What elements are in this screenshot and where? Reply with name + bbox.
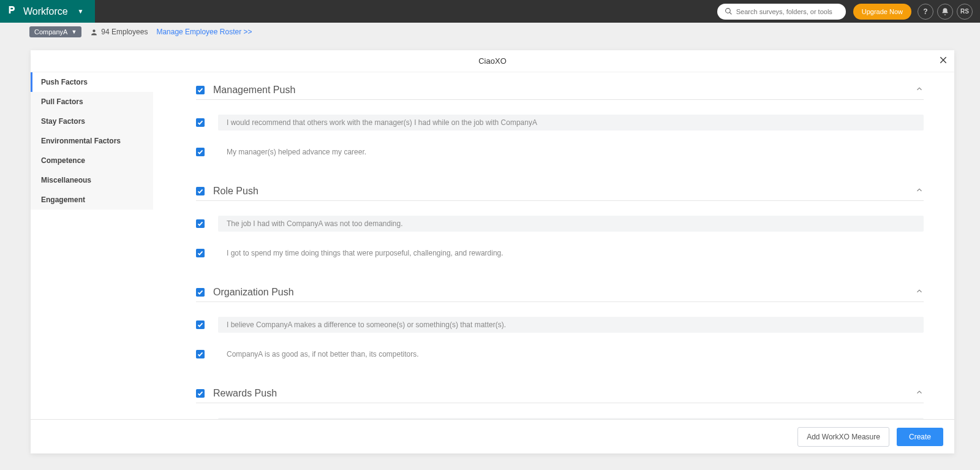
collapse-button[interactable] [915,287,924,298]
section-header: Rewards Push [196,388,924,403]
sidebar: Push FactorsPull FactorsStay FactorsEnvi… [31,72,153,419]
collapse-button[interactable] [915,85,924,96]
measure-text: I would recommend that others work with … [218,115,924,131]
section-checkbox[interactable] [196,86,205,94]
measure-row: I got to spend my time doing things that… [196,241,924,265]
brand-logo-icon [7,5,17,18]
sidebar-item-stay-factors[interactable]: Stay Factors [31,112,153,131]
measure-checkbox[interactable] [196,219,205,228]
section-title: Role Push [213,186,907,197]
section-title: Rewards Push [213,388,907,399]
help-button[interactable]: ? [918,4,933,20]
section-organization-push: Organization PushI believe CompanyA make… [196,287,924,366]
section-header: Organization Push [196,287,924,302]
company-label: CompanyA [34,28,67,36]
chevron-up-icon [915,85,924,93]
notifications-button[interactable] [937,4,953,20]
measure-row: I would recommend that others work with … [196,111,924,134]
collapse-button[interactable] [915,186,924,197]
sidebar-item-miscellaneous[interactable]: Miscellaneous [31,170,153,190]
sidebar-item-pull-factors[interactable]: Pull Factors [31,92,153,112]
section-header: Management Push [196,85,924,100]
collapse-button[interactable] [915,388,924,399]
measure-row: CompanyA is as good as, if not better th… [196,343,924,366]
measure-text: My manager(s) helped advance my career. [218,144,924,160]
modal-header: CiaoXO [31,50,954,72]
manage-roster-link[interactable]: Manage Employee Roster >> [156,28,252,36]
subheader: CompanyA ▼ 94 Employees Manage Employee … [0,23,980,41]
chevron-up-icon [915,186,924,194]
sidebar-item-environmental-factors[interactable]: Environmental Factors [31,131,153,151]
search-icon [725,7,733,15]
search-box[interactable] [717,4,846,20]
upgrade-button[interactable]: Upgrade Now [853,4,911,20]
caret-down-icon: ▼ [71,29,77,35]
measure-checkbox[interactable] [196,148,205,156]
content-area: Management PushI would recommend that ot… [153,72,954,419]
measure-text: The job I had with CompanyA was not too … [218,216,924,232]
modal: CiaoXO Push FactorsPull FactorsStay Fact… [31,50,954,453]
brand-text: Workforce [23,6,68,17]
create-button[interactable]: Create [897,428,943,446]
add-measure-button[interactable]: Add WorkXO Measure [797,427,889,447]
chevron-up-icon [915,287,924,295]
modal-title: CiaoXO [478,56,507,66]
user-avatar[interactable]: RS [957,4,973,20]
measure-text: CompanyA is as good as, if not better th… [218,346,924,362]
section-rewards-push: Rewards PushWhen employed by CompanyA I … [196,388,924,419]
measure-row: When employed by CompanyA I felt valued … [196,414,924,419]
measure-row: The job I had with CompanyA was not too … [196,212,924,235]
section-title: Organization Push [213,287,907,298]
measure-checkbox[interactable] [196,118,205,127]
section-header: Role Push [196,186,924,201]
measure-text: I believe CompanyA makes a difference to… [218,317,924,333]
measure-row: My manager(s) helped advance my career. [196,140,924,164]
modal-body: Push FactorsPull FactorsStay FactorsEnvi… [31,72,954,419]
section-title: Management Push [213,85,907,96]
measure-checkbox[interactable] [196,249,205,257]
brand-dropdown[interactable]: Workforce ▼ [0,0,95,23]
modal-footer: Add WorkXO Measure Create [31,419,954,453]
users-icon [90,28,98,36]
close-button[interactable] [938,55,948,67]
section-checkbox[interactable] [196,389,205,398]
company-selector[interactable]: CompanyA ▼ [29,26,81,37]
measure-row: I believe CompanyA makes a difference to… [196,313,924,336]
sidebar-item-competence[interactable]: Competence [31,151,153,170]
search-input[interactable] [736,8,839,15]
close-icon [938,55,948,65]
section-checkbox[interactable] [196,187,205,195]
caret-down-icon: ▼ [78,8,84,15]
employee-count: 94 Employees [90,28,148,36]
measure-checkbox[interactable] [196,320,205,329]
bell-icon [941,7,949,16]
measure-text: I got to spend my time doing things that… [218,245,924,261]
sidebar-item-engagement[interactable]: Engagement [31,190,153,210]
section-checkbox[interactable] [196,288,205,297]
section-management-push: Management PushI would recommend that ot… [196,85,924,164]
sidebar-item-push-factors[interactable]: Push Factors [31,72,153,92]
topbar: Workforce ▼ Upgrade Now ? RS [0,0,980,23]
chevron-up-icon [915,388,924,396]
section-role-push: Role PushThe job I had with CompanyA was… [196,186,924,265]
measure-checkbox[interactable] [196,350,205,358]
